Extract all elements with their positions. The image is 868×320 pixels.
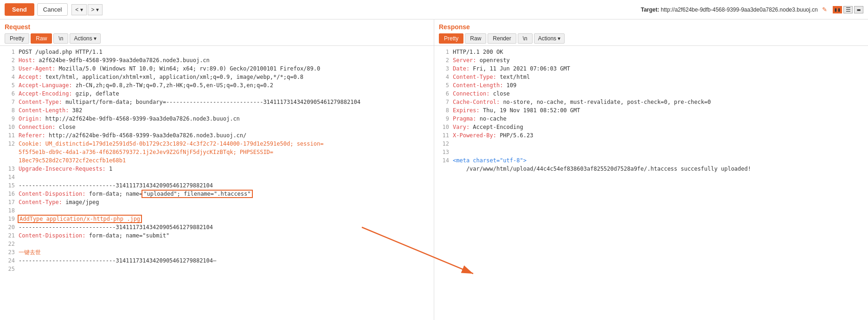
table-row: 8Content-Length: 382	[0, 106, 434, 115]
response-code-area[interactable]: 1HTTP/1.1 200 OK 2Server: openresty 3Dat…	[434, 46, 868, 320]
table-row: 9Pragma: no-cache	[434, 115, 868, 123]
response-code-wrapper: 1HTTP/1.1 200 OK 2Server: openresty 3Dat…	[434, 46, 868, 320]
panels: Request Pretty Raw \n Actions ▾ 1POST /u…	[0, 19, 868, 320]
table-row: 16 Content-Disposition: form-data; name=…	[0, 190, 434, 198]
table-row: /var/www/html/upload/44c4c54ef838603af82…	[434, 165, 868, 173]
table-row: 4Accept: text/html, application/xhtml+xm…	[0, 73, 434, 81]
table-row: 1HTTP/1.1 200 OK	[434, 48, 868, 56]
table-row: 1POST /upload.php HTTP/1.1	[0, 48, 434, 56]
table-row: 2Server: openresty	[434, 56, 868, 64]
table-row: 2Host: a2f624be-9dfb-4568-9399-9aa3de0a7…	[0, 56, 434, 64]
table-row: 20-----------------------------314111731…	[0, 223, 434, 231]
table-row: 18	[0, 206, 434, 215]
tab-actions-response[interactable]: Actions ▾	[534, 33, 565, 44]
table-row: 12	[434, 140, 868, 148]
send-button[interactable]: Send	[5, 3, 34, 16]
table-row: 8Expires: Thu, 19 Nov 1981 08:52:00 GMT	[434, 106, 868, 115]
view-single-icon[interactable]: ▬	[854, 6, 863, 13]
table-row: 22	[0, 240, 434, 248]
tab-raw-request[interactable]: Raw	[31, 33, 52, 44]
response-toolbar: Pretty Raw Render \n Actions ▾	[439, 33, 863, 44]
table-row: 15-----------------------------314111731…	[0, 181, 434, 190]
request-toolbar: Pretty Raw \n Actions ▾	[5, 33, 429, 44]
edit-icon[interactable]: ✎	[822, 6, 827, 13]
table-row: 5Accept-Language: zh-CN,zh;q=0.8,zh-TW;q…	[0, 81, 434, 90]
table-row: 4Content-Type: text/html	[434, 73, 868, 81]
target-url: http://a2f624be-9dfb-4568-9399-9aa3de0a7…	[661, 6, 817, 13]
table-row: 13Upgrade-Insecure-Requests: 1	[0, 165, 434, 173]
top-bar: Send Cancel < ▾ > ▾ Target: http://a2f62…	[0, 0, 868, 19]
target-prefix: Target:	[641, 6, 661, 13]
table-row: 9Origin: http://a2f624be-9dfb-4568-9399-…	[0, 115, 434, 123]
tab-actions-request[interactable]: Actions ▾	[70, 33, 101, 44]
table-row: 3User-Agent: Mozilla/5.0 (Windows NT 10.…	[0, 64, 434, 73]
cancel-button[interactable]: Cancel	[37, 3, 68, 16]
request-code-area[interactable]: 1POST /upload.php HTTP/1.1 2Host: a2f624…	[0, 46, 434, 320]
view-horizontal-icon[interactable]: ☰	[843, 6, 853, 13]
tab-pretty-response[interactable]: Pretty	[439, 33, 463, 44]
table-row: 7Cache-Control: no-store, no-cache, must…	[434, 98, 868, 106]
table-row: 10Connection: close	[0, 123, 434, 131]
table-row: 13	[434, 148, 868, 156]
table-row: 3Date: Fri, 11 Jun 2021 07:06:03 GMT	[434, 64, 868, 73]
view-split-icon[interactable]: ▮▮	[833, 6, 842, 13]
table-row: 23一键去世	[0, 248, 434, 256]
tab-pretty-request[interactable]: Pretty	[5, 33, 29, 44]
table-row: 14<meta charset="utf-8">	[434, 156, 868, 165]
table-row: 17Content-Type: image/jpeg	[0, 198, 434, 206]
table-row: 21Content-Disposition: form-data; name="…	[0, 231, 434, 240]
request-code-wrapper: 1POST /upload.php HTTP/1.1 2Host: a2f624…	[0, 46, 434, 320]
request-panel: Request Pretty Raw \n Actions ▾ 1POST /u…	[0, 19, 434, 320]
target-info: Target: http://a2f624be-9dfb-4568-9399-9…	[641, 6, 827, 13]
table-row: 5f5f5e1b-db9c-4da1-a736-4f6286579372.1j2…	[0, 148, 434, 156]
table-row: 24-----------------------------314111731…	[0, 256, 434, 265]
nav-next-button[interactable]: > ▾	[88, 4, 103, 15]
table-row: 5Content-Length: 109	[434, 81, 868, 90]
response-title: Response	[439, 23, 863, 31]
nav-buttons: < ▾ > ▾	[71, 4, 103, 15]
table-row: 6Connection: close	[434, 90, 868, 98]
table-row: 14	[0, 173, 434, 181]
tab-n-response[interactable]: \n	[518, 33, 533, 44]
table-row: 10Vary: Accept-Encoding	[434, 123, 868, 131]
tab-n-request[interactable]: \n	[53, 33, 68, 44]
tab-raw-response[interactable]: Raw	[465, 33, 486, 44]
table-row: 18ec79c528d2c70372cf2eccfb1e68b1	[0, 156, 434, 165]
nav-prev-button[interactable]: < ▾	[71, 4, 86, 15]
response-panel: Response Pretty Raw Render \n Actions ▾ …	[434, 19, 868, 320]
tab-render-response[interactable]: Render	[488, 33, 516, 44]
response-header: Response Pretty Raw Render \n Actions ▾	[434, 19, 868, 46]
table-row: 25	[0, 265, 434, 273]
table-row: 11Referer: http://a2f624be-9dfb-4568-939…	[0, 131, 434, 140]
table-row: 7Content-Type: multipart/form-data; boun…	[0, 98, 434, 106]
request-title: Request	[5, 23, 429, 31]
table-row: 12Cookie: UM_distinctid=179d1e2591d5d-0b…	[0, 140, 434, 148]
request-header: Request Pretty Raw \n Actions ▾	[0, 19, 434, 46]
table-row: 11X-Powered-By: PHP/5.6.23	[434, 131, 868, 140]
table-row: 6Accept-Encoding: gzip, deflate	[0, 90, 434, 98]
view-icons: ▮▮ ☰ ▬	[833, 6, 863, 13]
table-row: 19 AddType application/x-httpd-php .jpg	[0, 215, 434, 223]
